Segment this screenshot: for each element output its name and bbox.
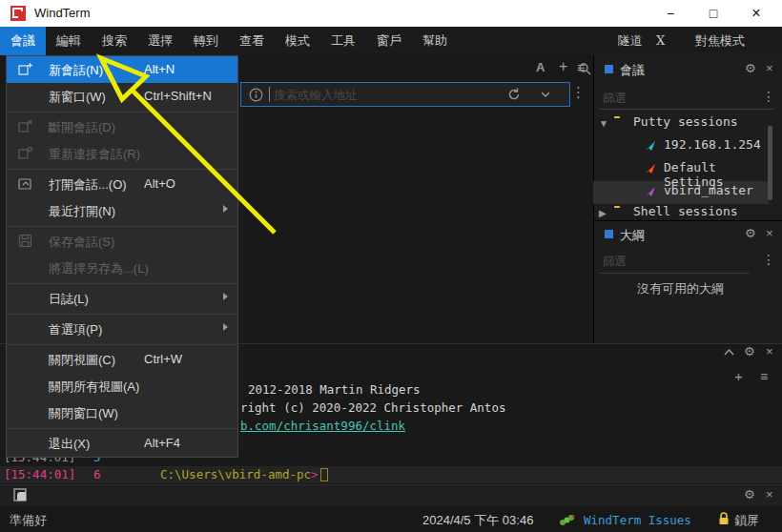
tunnel-label[interactable]: 隧道	[618, 27, 643, 55]
menu-bar: 會議編輯搜索選擇轉到查看模式工具窗戶幫助 隧道 X 對焦模式	[0, 27, 782, 55]
session-plane-icon-purple	[645, 186, 656, 197]
menubar-item-help[interactable]: 幫助	[412, 27, 458, 55]
terminal-cursor	[320, 468, 328, 481]
menu-item-reconnect-session[interactable]: 重新連接會話(R)	[7, 140, 237, 167]
pager-gear-icon[interactable]: ⚙	[744, 487, 755, 501]
outline-empty-text: 沒有可用的大綱	[637, 280, 724, 297]
maximize-button[interactable]: □	[699, 3, 728, 24]
lock-screen-label[interactable]: 鎖屏	[734, 512, 759, 529]
address-bar[interactable]: 搜索或輸入地址	[240, 82, 570, 107]
text-cursor	[269, 87, 270, 102]
menu-item-exit[interactable]: 退出(X) Alt+F4	[7, 430, 237, 457]
collapse-pane-icon[interactable]	[724, 349, 734, 356]
menu-separator	[9, 283, 236, 284]
pager-close-icon[interactable]: ×	[766, 487, 773, 501]
menubar-item-edit[interactable]: 編輯	[46, 27, 92, 55]
menu-item-close-view[interactable]: 關閉視圖(C) Ctrl+W	[7, 346, 237, 373]
address-placeholder: 搜索或輸入地址	[274, 88, 358, 104]
outline-panel-icon	[605, 230, 613, 238]
terminal-line-2: right (c) 2020-2022 Christopher Antos	[240, 400, 505, 415]
session-kebab-icon[interactable]: ⋮	[762, 89, 775, 104]
menu-separator	[9, 344, 236, 345]
pager-bar: ⚙ ×	[0, 484, 782, 505]
tree-group-shell[interactable]: Shell sessions	[633, 204, 738, 218]
new-tab-icon[interactable]: +	[559, 58, 567, 75]
menubar-item-session[interactable]: 會議	[0, 27, 46, 55]
menubar-item-tools[interactable]: 工具	[320, 27, 366, 55]
submenu-arrow-icon	[223, 323, 228, 331]
menu-item-save-session[interactable]: 保存會話(S)	[7, 228, 237, 255]
close-button[interactable]: ×	[742, 3, 771, 24]
menu-item-recent-open[interactable]: 最近打開(N)	[7, 197, 237, 224]
session-filter-input[interactable]: 篩選	[603, 91, 627, 107]
minimize-button[interactable]: −	[656, 3, 685, 24]
tree-item-host1[interactable]: 192.168.1.254	[664, 137, 761, 152]
outline-panel-close-icon[interactable]: ×	[766, 226, 773, 240]
lock-icon[interactable]	[717, 511, 731, 526]
menu-item-logs[interactable]: 日誌(L)	[7, 285, 237, 312]
outline-settings-gear-icon[interactable]: ⚙	[745, 226, 756, 240]
menu-item-preferences[interactable]: 首選項(P)	[7, 316, 237, 342]
session-scrollbar[interactable]	[768, 126, 772, 200]
menu-separator	[9, 314, 236, 315]
menu-separator	[9, 169, 236, 170]
app-logo-icon	[10, 5, 27, 22]
tree-item-host3[interactable]: vbird_master	[664, 183, 753, 197]
save-session-icon	[18, 234, 33, 249]
outline-filter-input[interactable]: 篩選	[603, 254, 627, 270]
session-plane-icon-teal	[645, 140, 656, 152]
panel-divider	[593, 220, 782, 221]
pane-menu-icon[interactable]: ≡	[760, 369, 768, 384]
font-size-icon[interactable]: A	[536, 60, 545, 74]
session-panel-close-icon[interactable]: ×	[766, 61, 773, 75]
window-title: WindTerm	[34, 6, 91, 20]
menu-item-new-window[interactable]: 新窗口(W) Ctrl+Shift+N	[7, 83, 237, 110]
menu-item-save-selection-as[interactable]: 將選擇另存為...(L)	[7, 255, 237, 281]
pane-close-icon[interactable]: ×	[766, 344, 773, 358]
menubar-item-goto[interactable]: 轉到	[183, 27, 229, 55]
terminal-line-1: 2012-2018 Martin Ridgers	[248, 382, 421, 397]
title-bar: WindTerm − □ ×	[0, 0, 782, 27]
menubar-item-search[interactable]: 搜索	[92, 27, 137, 55]
submenu-arrow-icon	[223, 293, 228, 300]
status-datetime: 2024/4/5 下午 03:46	[422, 512, 533, 529]
xserver-icon[interactable]: X	[656, 27, 665, 55]
pane-settings-gear-icon[interactable]: ⚙	[744, 344, 755, 358]
menubar-item-select[interactable]: 選擇	[137, 27, 183, 55]
menu-item-close-all-views[interactable]: 關閉所有視圖(A)	[7, 373, 237, 399]
timestamp-line6: [15:44:01]	[4, 467, 75, 481]
terminal-link[interactable]: b.com/chrisant996/clink	[240, 419, 405, 433]
menu-item-disconnect-session[interactable]: 斷開會話(D)	[7, 113, 237, 140]
pane-add-icon[interactable]: +	[734, 368, 743, 384]
menu-separator	[9, 112, 236, 113]
outline-filter-underline	[599, 273, 750, 274]
info-icon[interactable]	[249, 88, 263, 102]
address-dropdown-icon[interactable]	[541, 92, 550, 98]
current-line-highlight	[0, 466, 782, 483]
session-panel-title: 會議	[620, 62, 645, 79]
windterm-window: WindTerm − □ × 會議編輯搜索選擇轉到查看模式工具窗戶幫助 隧道 X…	[0, 0, 782, 532]
menubar-item-view[interactable]: 查看	[229, 27, 275, 55]
chevron-right-icon[interactable]: ▶	[599, 208, 607, 218]
tree-group-putty[interactable]: Putty sessions	[633, 114, 738, 129]
terminal-kebab-icon[interactable]: ⋮	[571, 84, 586, 101]
menubar-item-window[interactable]: 窗戶	[366, 27, 412, 55]
line-number-6: 6	[93, 467, 101, 481]
status-bar: 準備好 2024/4/5 下午 03:46 WindTerm Issues 鎖屏	[0, 505, 782, 532]
outline-kebab-icon[interactable]: ⋮	[762, 252, 775, 267]
menu-item-open-session[interactable]: 打開會話...(O) Alt+O	[7, 171, 237, 197]
focus-mode-label[interactable]: 對焦模式	[695, 27, 745, 55]
menu-item-new-session[interactable]: 新會話(N) Alt+N	[7, 56, 237, 83]
chevron-down-icon[interactable]: ▼	[599, 118, 608, 129]
submenu-arrow-icon	[223, 205, 228, 213]
windterm-issues-link[interactable]: WindTerm Issues	[584, 513, 691, 527]
refresh-icon[interactable]	[506, 87, 522, 102]
session-settings-gear-icon[interactable]: ⚙	[745, 61, 756, 75]
prompt-path: C:\Users\vbird-amd-pc	[160, 467, 311, 481]
session-plane-icon-orange	[645, 163, 656, 174]
menubar-item-mode[interactable]: 模式	[275, 27, 320, 55]
pager-window-icon[interactable]	[13, 488, 29, 503]
outline-panel-title: 大綱	[620, 227, 645, 244]
tab-list-icon[interactable]: ≡	[577, 59, 586, 75]
menu-item-close-window[interactable]: 關閉窗口(W)	[7, 399, 237, 426]
